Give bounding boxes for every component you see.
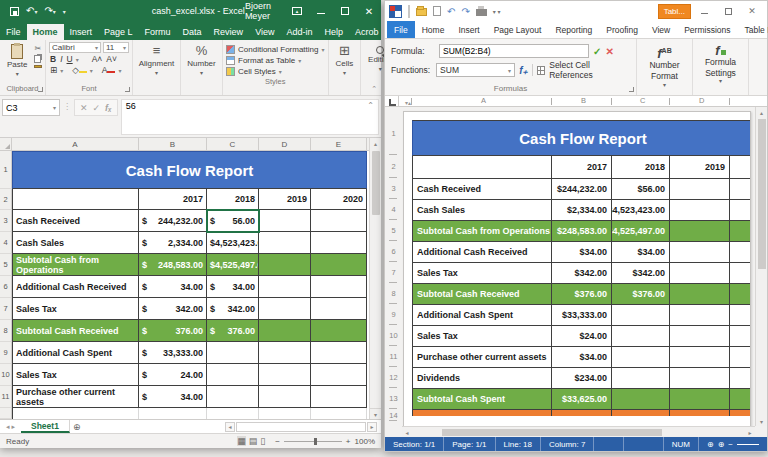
excel-tab-file[interactable]: File bbox=[0, 24, 27, 40]
tx-tab-insert[interactable]: Insert bbox=[451, 21, 486, 38]
minimize-button[interactable] bbox=[309, 0, 333, 22]
sheet-nav-arrows[interactable]: ◂ ▸ bbox=[0, 420, 21, 433]
number-format-button[interactable]: % Number ▾ bbox=[183, 42, 219, 78]
tx-cell-14-0[interactable] bbox=[412, 410, 552, 416]
excel-cell-label-7[interactable]: Sales Tax bbox=[12, 298, 139, 320]
excel-tab-acrob[interactable]: Acrob bbox=[349, 24, 385, 40]
paste-button[interactable]: Paste ▾ bbox=[3, 42, 31, 79]
tx-cell-e5[interactable] bbox=[730, 221, 751, 242]
select-cell-references-label[interactable]: Select Cell References bbox=[549, 60, 630, 80]
excel-tab-page-l[interactable]: Page L bbox=[98, 24, 139, 40]
tx-cell-label-8[interactable]: Subtotal Cash Received bbox=[412, 284, 552, 305]
excel-tab-review[interactable]: Review bbox=[208, 24, 250, 40]
excel-cell-d3[interactable] bbox=[259, 210, 311, 232]
excel-cell-c7[interactable]: $342.00 bbox=[207, 298, 259, 320]
tx-cell-b11[interactable]: $34.00 bbox=[552, 347, 612, 368]
fill-color-icon[interactable]: ◇ bbox=[71, 65, 88, 75]
zoom-level[interactable]: 100% bbox=[355, 437, 375, 446]
excel-cell-c4[interactable]: $4,523,423.00 bbox=[207, 232, 259, 254]
page-layout-view-icon[interactable]: ▤ bbox=[249, 436, 258, 446]
sheet-tab-sheet1[interactable]: Sheet1 bbox=[21, 420, 70, 433]
excel-row-header-3[interactable]: 3 bbox=[0, 210, 12, 232]
excel-cell-d6[interactable] bbox=[259, 276, 311, 298]
tx-report-title-cell[interactable]: Cash Flow Report bbox=[412, 120, 751, 156]
fit-width-icon[interactable]: ⊕ bbox=[718, 440, 725, 449]
excel-cell-label-8[interactable]: Subtotal Cash Received bbox=[12, 320, 139, 342]
borders-icon[interactable]: ⊞ bbox=[49, 65, 58, 75]
font-color-icon[interactable]: A bbox=[101, 65, 117, 75]
tx-cell-d6[interactable] bbox=[670, 242, 730, 263]
bold-button[interactable]: B bbox=[49, 54, 57, 64]
tx-tab-view[interactable]: View bbox=[645, 21, 677, 38]
tx-cell-label-6[interactable]: Additional Cash Received bbox=[412, 242, 552, 263]
formula-field[interactable] bbox=[439, 44, 589, 58]
excel-tab-home[interactable]: Home bbox=[27, 24, 64, 40]
excel-cell-b5[interactable]: $248,583.00 bbox=[139, 254, 207, 276]
excel-cell-label-11[interactable]: Purchase other current assets bbox=[12, 386, 139, 408]
tab-stop-selector-icon[interactable] bbox=[385, 96, 399, 106]
excel-cell-d11[interactable] bbox=[259, 386, 311, 408]
excel-cell-label-9[interactable]: Additional Cash Spent bbox=[12, 342, 139, 364]
tx-scroll-down-icon[interactable]: ▾ bbox=[760, 416, 763, 426]
excel-cell-label-6[interactable]: Additional Cash Received bbox=[12, 276, 139, 298]
save-icon[interactable] bbox=[10, 7, 19, 16]
excel-column-header-d[interactable]: D bbox=[259, 138, 311, 150]
excel-row-header-11[interactable]: 11 bbox=[0, 386, 12, 408]
excel-tab-add-in[interactable]: Add-in bbox=[280, 24, 318, 40]
excel-row-header-7[interactable]: 7 bbox=[0, 298, 12, 320]
excel-cell-12-0[interactable] bbox=[12, 408, 139, 419]
insert-function-icon[interactable]: fₓ bbox=[105, 103, 112, 113]
tx-cell-label-11[interactable]: Purchase other current assets bbox=[412, 347, 552, 368]
tx-minimize-button[interactable] bbox=[693, 3, 715, 19]
tx-zoom-slider[interactable] bbox=[737, 444, 759, 445]
excel-cell-b9[interactable]: $33,333.00 bbox=[139, 342, 207, 364]
excel-cell-c11[interactable] bbox=[207, 386, 259, 408]
excel-cell-e8[interactable] bbox=[311, 320, 367, 342]
tx-open-icon[interactable] bbox=[416, 8, 427, 16]
excel-cell-d9[interactable] bbox=[259, 342, 311, 364]
scroll-down-icon[interactable]: ▾ bbox=[370, 408, 381, 419]
insert-function-icon[interactable]: f₊ bbox=[519, 65, 528, 76]
zoom-slider-thumb[interactable] bbox=[314, 438, 317, 445]
tx-undo-icon[interactable]: ↶ bbox=[447, 6, 455, 17]
excel-cell-b3[interactable]: $244,232.00 bbox=[139, 210, 207, 232]
tx-hscroll-thumb[interactable] bbox=[442, 429, 662, 436]
tx-tab-permissions[interactable]: Permissions bbox=[677, 21, 737, 38]
tx-cell-d13[interactable] bbox=[670, 389, 730, 410]
tx-cell-b7[interactable]: $342.00 bbox=[552, 263, 612, 284]
excel-vertical-scrollbar[interactable]: ▴ ▾ bbox=[369, 138, 381, 419]
excel-column-header-a[interactable]: A bbox=[12, 138, 139, 150]
tx-cell-d3[interactable] bbox=[670, 179, 730, 200]
tx-cell-e9[interactable] bbox=[730, 305, 751, 326]
tx-cell-d9[interactable] bbox=[670, 305, 730, 326]
excel-tab-help[interactable]: Help bbox=[319, 24, 350, 40]
tx-cell-a2[interactable] bbox=[412, 156, 552, 179]
tx-close-button[interactable]: ✕ bbox=[741, 3, 763, 19]
tx-cell-e10[interactable] bbox=[730, 326, 751, 347]
tx-cell-b10[interactable]: $24.00 bbox=[552, 326, 612, 347]
cell-styles-button[interactable]: Cell Styles▾ bbox=[226, 67, 325, 76]
tx-vertical-scrollbar[interactable]: ▴ ▾ bbox=[755, 107, 767, 426]
font-name-select[interactable]: Calibri▾ bbox=[49, 42, 101, 53]
excel-cell-12-1[interactable] bbox=[139, 408, 207, 419]
excel-column-header-c[interactable]: C bbox=[207, 138, 259, 150]
alignment-button[interactable]: ≡ Alignment ▾ bbox=[135, 42, 179, 78]
tx-cell-c10[interactable] bbox=[612, 326, 670, 347]
tx-cell-14-1[interactable] bbox=[552, 410, 612, 416]
tx-cell-label-10[interactable]: Sales Tax bbox=[412, 326, 552, 347]
number-format-button[interactable]: fAB Number Format ▾ bbox=[637, 39, 693, 95]
excel-tab-insert[interactable]: Insert bbox=[64, 24, 99, 40]
excel-cell-d4[interactable] bbox=[259, 232, 311, 254]
cells-button[interactable]: ⊞ Cells ▾ bbox=[332, 42, 358, 78]
tx-cell-label-3[interactable]: Cash Received bbox=[412, 179, 552, 200]
format-as-table-button[interactable]: Format as Table▾ bbox=[226, 56, 325, 65]
tx-cell-c5[interactable]: $4,525,497.00 bbox=[612, 221, 670, 242]
tx-tab-home[interactable]: Home bbox=[415, 21, 452, 38]
tx-tab-page-layout[interactable]: Page Layout bbox=[487, 21, 549, 38]
add-sheet-icon[interactable]: ⊕ bbox=[70, 420, 84, 433]
tx-cell-d4[interactable] bbox=[670, 200, 730, 221]
formulas-dialog-launcher[interactable] bbox=[629, 87, 634, 92]
tx-cell-e11[interactable] bbox=[730, 347, 751, 368]
tx-cell-e3[interactable] bbox=[730, 179, 751, 200]
tx-cell-c3[interactable]: $56.00 bbox=[612, 179, 670, 200]
